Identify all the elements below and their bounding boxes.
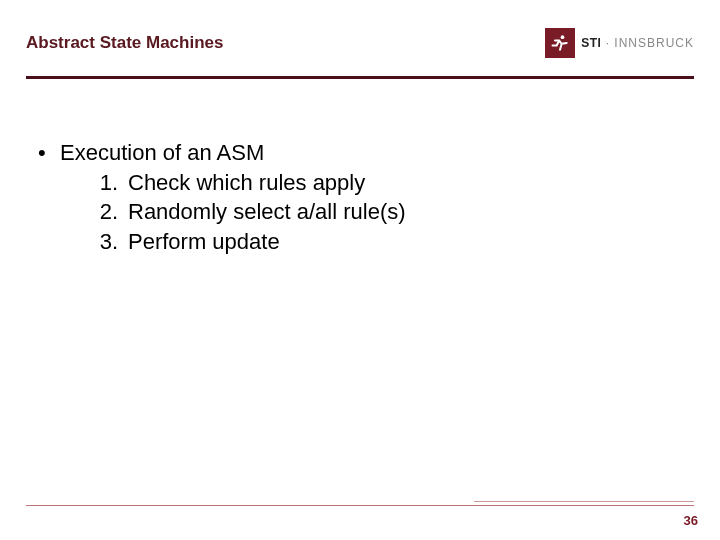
running-person-icon xyxy=(550,33,570,53)
header: Abstract State Machines STI · INNSBRUCK xyxy=(26,28,694,58)
footer-accent-line xyxy=(474,501,694,502)
list-item: 3. Perform update xyxy=(38,227,682,257)
logo-text-light: · INNSBRUCK xyxy=(601,36,694,50)
header-divider xyxy=(26,76,694,79)
logo-text: STI · INNSBRUCK xyxy=(581,36,694,50)
list-number: 2. xyxy=(92,197,128,227)
svg-point-0 xyxy=(561,35,565,39)
slide: Abstract State Machines STI · INNSBRUCK … xyxy=(0,0,720,540)
footer-divider xyxy=(26,505,694,506)
numbered-list: 1. Check which rules apply 2. Randomly s… xyxy=(38,168,682,257)
list-number: 3. xyxy=(92,227,128,257)
slide-title: Abstract State Machines xyxy=(26,33,223,53)
page-number: 36 xyxy=(684,513,698,528)
list-number: 1. xyxy=(92,168,128,198)
list-text: Randomly select a/all rule(s) xyxy=(128,197,406,227)
list-item: 2. Randomly select a/all rule(s) xyxy=(38,197,682,227)
list-text: Perform update xyxy=(128,227,280,257)
logo-text-bold: STI xyxy=(581,36,601,50)
list-item: 1. Check which rules apply xyxy=(38,168,682,198)
list-text: Check which rules apply xyxy=(128,168,365,198)
logo: STI · INNSBRUCK xyxy=(545,28,694,58)
bullet-marker: • xyxy=(38,138,60,168)
bullet-text: Execution of an ASM xyxy=(60,138,264,168)
logo-icon xyxy=(545,28,575,58)
bullet-item: • Execution of an ASM xyxy=(38,138,682,168)
content: • Execution of an ASM 1. Check which rul… xyxy=(38,138,682,257)
